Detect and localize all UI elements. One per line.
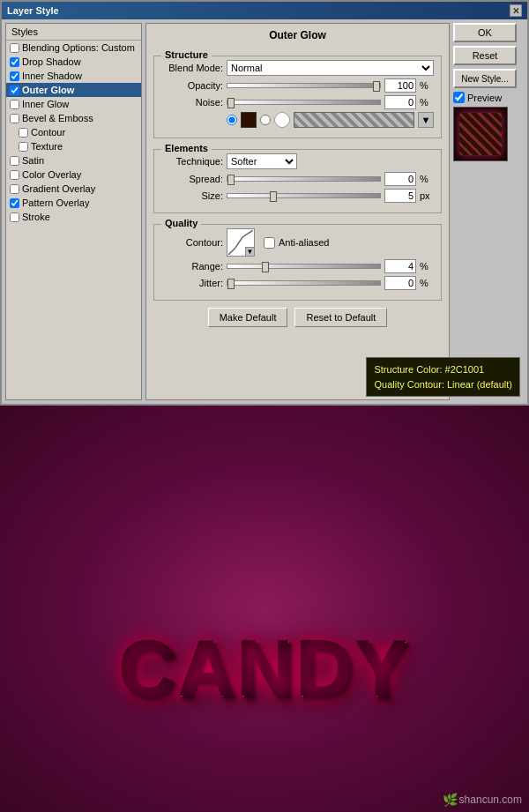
technique-select[interactable]: Softer Precise <box>227 153 297 169</box>
blend-mode-label: Blend Mode: <box>161 63 223 73</box>
preview-label: Preview <box>467 93 502 103</box>
technique-label: Technique: <box>161 156 223 167</box>
jitter-slider[interactable] <box>227 277 381 289</box>
inner-glow-checkbox[interactable] <box>10 100 19 109</box>
watermark: 🌿 shancun.com <box>443 793 522 807</box>
spread-thumb[interactable] <box>227 175 235 185</box>
opacity-input[interactable] <box>384 78 416 93</box>
jitter-thumb[interactable] <box>227 279 235 289</box>
range-thumb[interactable] <box>262 262 269 272</box>
layer-item-stroke[interactable]: Stroke <box>6 210 141 224</box>
range-row: Range: % <box>161 259 434 273</box>
layer-item-pattern-overlay[interactable]: Pattern Overlay <box>6 196 141 210</box>
size-row: Size: px <box>161 189 434 203</box>
texture-checkbox[interactable] <box>19 142 28 152</box>
color-swatch[interactable] <box>241 112 257 128</box>
ok-button[interactable]: OK <box>453 23 517 42</box>
size-unit: px <box>420 190 434 201</box>
left-panel: Styles Blending Options: Custom Drop Sha… <box>5 23 142 400</box>
bevel-emboss-checkbox[interactable] <box>10 114 19 123</box>
preview-thumbnail <box>453 107 508 161</box>
drop-shadow-checkbox[interactable] <box>10 57 19 67</box>
size-thumb[interactable] <box>270 191 277 202</box>
opacity-thumb[interactable] <box>373 81 380 92</box>
section-main-title: Outer Glow <box>153 29 442 41</box>
layer-style-dialog: Layer Style ✕ Styles Blending Options: C… <box>0 0 529 406</box>
spread-unit: % <box>420 174 434 184</box>
tooltip-box: Structure Color: #2C1001 Quality Contour… <box>366 357 520 397</box>
blending-checkbox[interactable] <box>10 43 19 53</box>
blending-label: Blending Options: Custom <box>22 42 135 53</box>
layer-item-gradient-overlay[interactable]: Gradient Overlay <box>6 182 141 196</box>
layer-item-texture[interactable]: Texture <box>6 139 141 153</box>
gradient-arrow[interactable]: ▼ <box>418 112 434 128</box>
inner-shadow-checkbox[interactable] <box>10 71 19 81</box>
solid-color-radio[interactable] <box>227 115 237 125</box>
jitter-input[interactable] <box>384 276 416 290</box>
gradient-radio[interactable] <box>260 115 271 125</box>
bevel-emboss-label: Bevel & Emboss <box>22 113 93 123</box>
noise-input[interactable] <box>384 95 416 109</box>
stroke-checkbox[interactable] <box>10 212 19 222</box>
layer-item-outer-glow[interactable]: Outer Glow <box>6 83 141 97</box>
new-style-button[interactable]: New Style... <box>453 69 517 88</box>
pattern-overlay-checkbox[interactable] <box>10 198 19 208</box>
layer-item-contour[interactable]: Contour <box>6 125 141 139</box>
anti-aliased-checkbox[interactable] <box>264 237 275 249</box>
gradient-overlay-checkbox[interactable] <box>10 184 19 194</box>
color-overlay-checkbox[interactable] <box>10 170 19 180</box>
watermark-leaf-icon: 🌿 <box>443 793 458 807</box>
noise-slider[interactable] <box>227 96 381 108</box>
elements-title: Elements <box>161 143 212 153</box>
noise-row: Noise: % <box>161 95 434 109</box>
quality-section: Quality Contour: ▼ Anti-aliased <box>153 224 442 301</box>
blend-mode-select[interactable]: Normal <box>227 60 434 76</box>
layer-item-inner-shadow[interactable]: Inner Shadow <box>6 69 141 83</box>
inner-shadow-label: Inner Shadow <box>22 71 82 81</box>
anti-aliased-label: Anti-aliased <box>279 237 329 248</box>
outer-glow-checkbox[interactable] <box>10 86 19 95</box>
layer-item-bevel-emboss[interactable]: Bevel & Emboss <box>6 111 141 125</box>
contour-checkbox[interactable] <box>19 128 28 138</box>
color-overlay-label: Color Overlay <box>22 169 81 180</box>
technique-row: Technique: Softer Precise <box>161 153 434 169</box>
spread-slider[interactable] <box>227 173 381 185</box>
jitter-unit: % <box>420 278 434 288</box>
white-circle[interactable] <box>274 112 290 128</box>
blend-mode-row: Blend Mode: Normal <box>161 60 434 76</box>
noise-thumb[interactable] <box>227 98 235 108</box>
spread-input[interactable] <box>384 172 416 186</box>
jitter-label: Jitter: <box>161 278 223 288</box>
contour-preview[interactable]: ▼ <box>227 228 255 257</box>
preview-check: Preview <box>453 92 524 103</box>
range-slider[interactable] <box>227 260 381 272</box>
layer-item-satin[interactable]: Satin <box>6 153 141 168</box>
size-slider[interactable] <box>227 190 381 202</box>
range-input[interactable] <box>384 259 416 273</box>
dialog-body: Styles Blending Options: Custom Drop Sha… <box>2 19 527 404</box>
contour-row: Contour: ▼ Anti-aliased <box>161 228 434 257</box>
reset-to-default-button[interactable]: Reset to Default <box>294 308 387 327</box>
close-button[interactable]: ✕ <box>510 4 522 17</box>
satin-checkbox[interactable] <box>10 156 19 166</box>
reset-button[interactable]: Reset <box>453 46 517 65</box>
gradient-preview[interactable] <box>294 112 414 128</box>
styles-header: Styles <box>6 24 141 41</box>
make-default-button[interactable]: Make Default <box>208 308 288 327</box>
size-label: Size: <box>161 190 223 201</box>
layer-item-blending[interactable]: Blending Options: Custom <box>6 41 141 55</box>
noise-unit: % <box>420 97 434 108</box>
gradient-overlay-label: Gradient Overlay <box>22 183 95 194</box>
title-bar: Layer Style ✕ <box>2 2 527 19</box>
pattern-overlay-label: Pattern Overlay <box>22 197 89 208</box>
structure-title: Structure <box>161 49 212 60</box>
layer-item-color-overlay[interactable]: Color Overlay <box>6 168 141 182</box>
layer-item-drop-shadow[interactable]: Drop Shadow <box>6 55 141 69</box>
opacity-unit: % <box>420 80 434 91</box>
layer-item-inner-glow[interactable]: Inner Glow <box>6 97 141 111</box>
size-input[interactable] <box>384 189 416 203</box>
spread-row: Spread: % <box>161 172 434 186</box>
opacity-slider[interactable] <box>227 79 381 92</box>
anti-alias-row: Anti-aliased <box>264 237 329 249</box>
preview-checkbox[interactable] <box>453 92 465 103</box>
